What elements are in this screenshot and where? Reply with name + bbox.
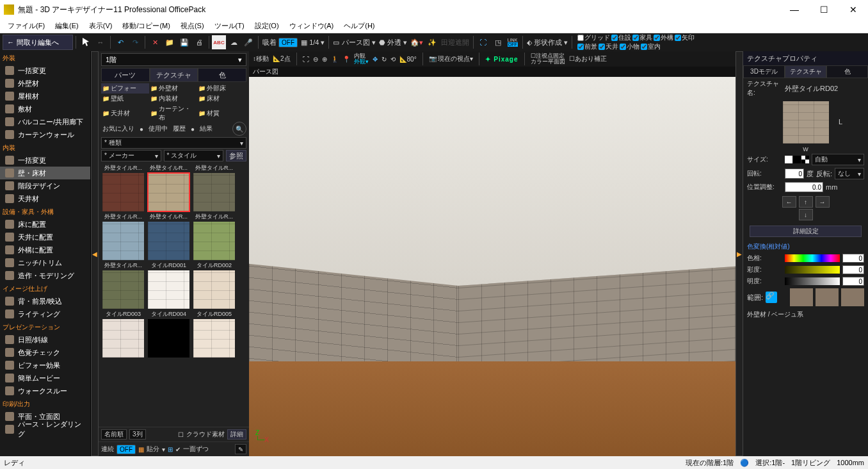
sidebar-item[interactable]: 日照/斜線 bbox=[0, 333, 90, 346]
property-tab[interactable]: 色 bbox=[826, 65, 868, 78]
palette-tab[interactable]: テクスチャ bbox=[150, 68, 198, 82]
menu-item[interactable]: 移動/コピー(M) bbox=[117, 20, 175, 32]
link-off-icon[interactable]: LINKOFF bbox=[506, 35, 520, 49]
display-check[interactable]: 家具 bbox=[632, 33, 652, 42]
snap-toggle[interactable]: 吸着 OFF bbox=[261, 35, 299, 49]
screen-select-icon[interactable]: ⛶ bbox=[476, 35, 490, 49]
eyedropper-icon[interactable]: ✎ bbox=[235, 444, 246, 454]
pointer-tool-icon[interactable] bbox=[79, 35, 93, 49]
vt-angle[interactable]: 📐80° bbox=[399, 56, 417, 63]
sidebar-item[interactable]: 壁・床材 bbox=[0, 167, 90, 179]
sidebar-item[interactable]: 屋根材 bbox=[0, 90, 90, 103]
menu-item[interactable]: ツール(T) bbox=[209, 20, 250, 32]
vt-pin-icon[interactable]: 📍 bbox=[342, 56, 350, 63]
sidebar-item[interactable]: 階段デザイン bbox=[0, 179, 90, 192]
back-to-floorplan-button[interactable]: 間取り編集へ bbox=[3, 35, 73, 50]
vt-fit-icon[interactable]: ⛶ bbox=[303, 56, 309, 63]
texture-category[interactable]: 外部床 bbox=[197, 83, 245, 94]
grid-fraction[interactable]: ▦ 1/4 ▾ bbox=[300, 35, 326, 49]
open-folder-icon[interactable]: 📁 bbox=[163, 35, 177, 49]
texture-swatch[interactable]: タイルRD002 bbox=[192, 261, 236, 309]
nudge-left-icon[interactable]: ← bbox=[782, 196, 796, 208]
sidebar-item[interactable]: 一括変更 bbox=[0, 64, 90, 77]
sidebar-item[interactable]: 造作・モデリング bbox=[0, 269, 90, 282]
each-face-check[interactable]: 一面ずつ bbox=[183, 445, 209, 454]
texture-category[interactable]: 材質 bbox=[197, 104, 245, 120]
sidebar-item[interactable]: 背・前景/映込 bbox=[0, 295, 90, 308]
sidebar-item[interactable]: カーテンウォール bbox=[0, 128, 90, 141]
mic-icon[interactable]: 🎤 bbox=[241, 35, 255, 49]
save-icon[interactable]: 💾 bbox=[177, 35, 191, 49]
sidebar-item[interactable]: 天井材 bbox=[0, 192, 90, 205]
maker-combo[interactable]: * メーカー bbox=[101, 150, 161, 161]
sidebar-item[interactable]: ライティング bbox=[0, 308, 90, 320]
texture-category[interactable]: 外壁材 bbox=[149, 83, 197, 94]
property-tab[interactable]: 3Dモデル bbox=[743, 65, 785, 78]
texture-category[interactable]: カーテン・布 bbox=[149, 104, 197, 120]
pixage-button[interactable]: ✦ Pixage bbox=[485, 56, 518, 63]
sidebar-item[interactable]: 外壁材 bbox=[0, 77, 90, 90]
vt-pan-icon[interactable]: ✥ bbox=[373, 56, 378, 63]
sidebar-item[interactable]: ニッチ/トリム bbox=[0, 256, 90, 269]
vt-twopoint[interactable]: 📐2点 bbox=[273, 54, 291, 63]
sidebar-item[interactable]: バルコニー/共用廊下 bbox=[0, 115, 90, 128]
texture-swatch[interactable]: 外壁タイルR... bbox=[101, 261, 145, 309]
display-check[interactable]: 室内 bbox=[641, 42, 661, 51]
undo-icon[interactable]: ↶ bbox=[113, 35, 127, 49]
abc-icon[interactable]: ABC bbox=[212, 35, 226, 49]
continuous-state[interactable]: OFF bbox=[117, 445, 136, 454]
display-check[interactable]: 小物 bbox=[620, 42, 639, 51]
property-tab[interactable]: テクスチャ bbox=[785, 65, 826, 78]
display-check[interactable]: グリッド bbox=[577, 33, 610, 42]
display-check[interactable]: 矢印 bbox=[675, 33, 695, 42]
cloud-icon[interactable]: ☁ bbox=[227, 35, 241, 49]
paste-split-button[interactable]: 貼分 bbox=[147, 445, 159, 454]
vt-orbit-icon[interactable]: ⟲ bbox=[390, 56, 396, 63]
menu-item[interactable]: 表示(V) bbox=[84, 20, 118, 32]
nudge-up-icon[interactable]: ↑ bbox=[799, 196, 813, 208]
texture-swatch[interactable]: 外壁タイルR... bbox=[101, 213, 145, 260]
texture-swatch[interactable]: 外壁タイルR... bbox=[147, 164, 191, 211]
sidebar-item[interactable]: パース・レンダリング bbox=[0, 423, 90, 436]
advanced-settings-button[interactable]: 詳細設定 bbox=[750, 226, 862, 237]
vt-aori[interactable]: あおり補正 bbox=[575, 55, 607, 62]
type-combo[interactable]: * 種類 bbox=[101, 137, 246, 149]
menu-item[interactable]: 設定(O) bbox=[250, 20, 284, 32]
vt-zoomout-icon[interactable]: ⊖ bbox=[313, 56, 318, 63]
vt-exterior[interactable]: 外観▾ bbox=[354, 59, 369, 65]
view-perspective-button[interactable]: ▭ パース図 ▾ bbox=[332, 35, 376, 49]
dim-tool-icon[interactable]: 田迎遮開 bbox=[440, 35, 470, 49]
nudge-right-icon[interactable]: → bbox=[816, 196, 830, 208]
3d-viewport[interactable]: Z└─X bbox=[249, 77, 735, 456]
range-thumb1[interactable] bbox=[790, 288, 813, 306]
sidebar-item[interactable]: ウォークスルー bbox=[0, 384, 90, 397]
display-check[interactable]: 天井 bbox=[599, 42, 618, 51]
move-tool-icon[interactable]: ↔ bbox=[93, 35, 108, 49]
sidebar-item[interactable]: 敷材 bbox=[0, 103, 90, 115]
palette-tab[interactable]: 色 bbox=[198, 68, 246, 82]
nudge-down-icon[interactable]: ↓ bbox=[799, 209, 813, 220]
size-mode-combo[interactable]: 自動 bbox=[812, 154, 864, 165]
sidebar-collapse-icon[interactable]: ◀ bbox=[91, 51, 99, 456]
texture-swatch[interactable]: 外壁タイルR... bbox=[192, 213, 236, 260]
cloud-material-check[interactable]: クラウド素材 bbox=[186, 430, 225, 439]
sidebar-item[interactable]: 色覚チェック bbox=[0, 346, 90, 359]
vt-rotate-icon[interactable]: ↻ bbox=[382, 56, 387, 63]
display-check[interactable]: 前景 bbox=[577, 42, 597, 51]
vt-camera-icon[interactable]: 📷 現在の視点▾ bbox=[429, 54, 474, 63]
redo-icon[interactable]: ↷ bbox=[128, 35, 142, 49]
sidebar-item[interactable]: 一括変更 bbox=[0, 154, 90, 167]
screen-area-icon[interactable]: ◳ bbox=[491, 35, 505, 49]
sidebar-item[interactable]: ビフォー効果 bbox=[0, 359, 90, 372]
sidebar-item[interactable]: 床に配置 bbox=[0, 218, 90, 231]
texture-swatch[interactable]: 外壁タイルR... bbox=[147, 213, 191, 260]
browse-button[interactable]: 参照 bbox=[226, 150, 246, 161]
vt-colorplan[interactable]: カラー平面図 bbox=[531, 59, 565, 65]
sort-combo[interactable]: 名前順 bbox=[101, 429, 127, 440]
minimize-button[interactable]: — bbox=[780, 0, 809, 19]
menu-item[interactable]: ヘルプ(H) bbox=[339, 20, 380, 32]
sidebar-item[interactable]: 簡単ムービー bbox=[0, 372, 90, 384]
sat-input[interactable] bbox=[842, 265, 864, 274]
vt-move[interactable]: ↕移動 bbox=[253, 54, 269, 63]
texture-category[interactable]: 内装材 bbox=[149, 94, 197, 104]
